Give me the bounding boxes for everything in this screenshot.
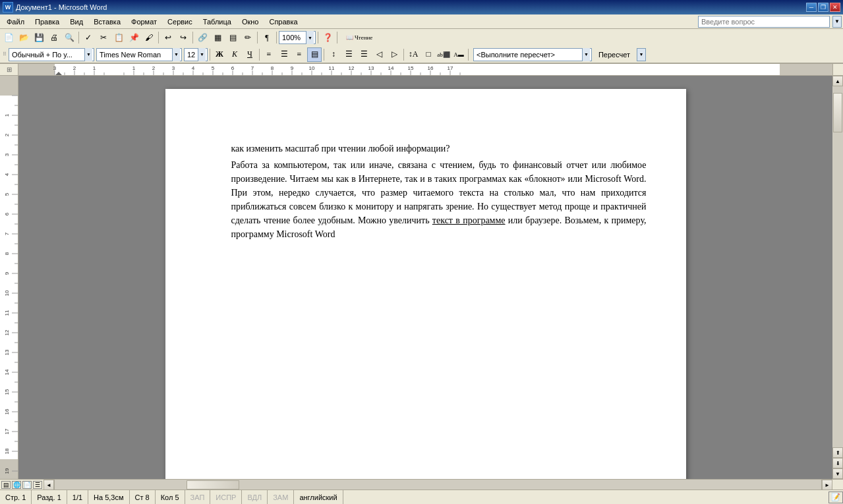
document-heading[interactable]: как изменить масштаб при чтении любой ин… — [231, 142, 647, 155]
menu-table[interactable]: Таблица — [198, 14, 237, 28]
status-position: На 5,3см — [88, 490, 129, 504]
format-painter-button[interactable]: 🖌 — [142, 30, 156, 45]
font-dropdown-arrow[interactable]: ▼ — [172, 48, 180, 61]
separator-6 — [318, 32, 318, 43]
menu-window[interactable]: Окно — [237, 14, 264, 28]
copy-button[interactable]: 📋 — [111, 30, 126, 45]
cut-button[interactable]: ✂ — [96, 30, 111, 45]
align-center-button[interactable]: ☰ — [277, 47, 291, 62]
help-search-input[interactable] — [698, 16, 830, 28]
scroll-left-button[interactable]: ◄ — [44, 480, 54, 490]
border-button[interactable]: □ — [421, 47, 436, 62]
calculate-dropdown[interactable]: <Выполните пересчет> ▼ — [473, 48, 592, 61]
align-justify-button[interactable]: ▤ — [307, 47, 322, 62]
scroll-next-page-button[interactable]: ⬇ — [832, 458, 843, 468]
new-button[interactable]: 📄 — [1, 30, 16, 45]
print-preview-button[interactable]: 🔍 — [62, 30, 76, 45]
decrease-indent-button[interactable]: ◁ — [372, 47, 386, 62]
zoom-dropdown[interactable]: 100% ▼ — [279, 31, 316, 44]
formatting-toolbar: ⠿ Обычный + По у... ▼ Times New Roman ▼ … — [0, 46, 843, 63]
hscroll-track[interactable] — [54, 480, 822, 490]
menu-help[interactable]: Справка — [264, 14, 303, 28]
reading-mode-button[interactable]: 📖 Чтение — [339, 30, 379, 45]
menu-insert[interactable]: Вставка — [88, 14, 126, 28]
recalculate-arrow[interactable]: ▼ — [637, 48, 646, 61]
style-dropdown[interactable]: Обычный + По у... ▼ — [9, 48, 94, 61]
sort-button[interactable]: ↕A — [406, 47, 421, 62]
hyperlink-button[interactable]: 🔗 — [195, 30, 210, 45]
status-right: 📝 — [828, 491, 843, 503]
fmt-sep-3 — [324, 49, 324, 61]
table-button[interactable]: ▦ — [210, 30, 225, 45]
status-col: Кол 5 — [156, 490, 185, 504]
size-dropdown-arrow[interactable]: ▼ — [198, 48, 206, 61]
numbering-button[interactable]: ☰ — [357, 47, 371, 62]
spelling-icon[interactable]: 📝 — [828, 491, 843, 503]
paste-button[interactable]: 📌 — [127, 30, 141, 45]
scroll-thumb[interactable] — [833, 93, 842, 132]
drawing-button[interactable]: ✏ — [241, 30, 255, 45]
scroll-track[interactable] — [832, 86, 843, 447]
hscroll-left-area: ▤ 🌐 📄 ☰ — [0, 480, 44, 490]
redo-button[interactable]: ↪ — [176, 30, 190, 45]
zoom-dropdown-arrow[interactable]: ▼ — [306, 31, 314, 44]
restore-button[interactable]: ❐ — [818, 3, 828, 12]
highlight-button[interactable]: ab⬛ — [436, 47, 451, 62]
title-bar: W Документ1 - Microsoft Word ─ ❐ ✕ — [0, 0, 843, 14]
minimize-button[interactable]: ─ — [806, 3, 817, 12]
menu-file[interactable]: Файл — [1, 14, 30, 28]
style-dropdown-arrow[interactable]: ▼ — [84, 48, 92, 61]
fmt-sep-2 — [259, 49, 260, 61]
menu-view[interactable]: Вид — [65, 14, 88, 28]
zoom-value: 100% — [281, 34, 306, 42]
vertical-scrollbar[interactable]: ▲ ⬆ ⬇ ▼ — [832, 76, 843, 479]
open-button[interactable]: 📂 — [16, 30, 31, 45]
print-button[interactable]: 🖨 — [47, 30, 61, 45]
search-dropdown-arrow[interactable]: ▼ — [832, 16, 842, 28]
font-value: Times New Roman — [98, 51, 172, 59]
main-area: как изменить масштаб при чтении любой ин… — [0, 76, 843, 479]
line-spacing-button[interactable]: ↕ — [326, 47, 341, 62]
size-dropdown[interactable]: 12 ▼ — [184, 48, 208, 61]
close-button[interactable]: ✕ — [830, 3, 840, 12]
font-dropdown[interactable]: Times New Roman ▼ — [96, 48, 182, 61]
align-right-button[interactable]: ≡ — [292, 47, 306, 62]
spell-check-button[interactable]: ✓ — [81, 30, 96, 45]
menu-tools[interactable]: Сервис — [162, 14, 198, 28]
hscroll-thumb[interactable] — [187, 480, 239, 490]
outline-view-button[interactable]: ☰ — [33, 481, 42, 489]
horizontal-ruler-canvas — [18, 64, 832, 76]
show-formatting-button[interactable]: ¶ — [260, 30, 274, 45]
help-button[interactable]: ❓ — [320, 30, 335, 45]
scroll-down-button[interactable]: ▼ — [832, 468, 843, 479]
align-left-button[interactable]: ≡ — [262, 47, 276, 62]
italic-button[interactable]: К — [227, 47, 242, 62]
columns-button[interactable]: ▤ — [225, 30, 240, 45]
separator-5 — [276, 32, 277, 43]
document-body[interactable]: Работа за компьютером, так или иначе, св… — [231, 158, 647, 241]
save-button[interactable]: 💾 — [32, 30, 46, 45]
bullets-button[interactable]: ☰ — [341, 47, 356, 62]
menu-format[interactable]: Формат — [126, 14, 162, 28]
menu-edit[interactable]: Правка — [30, 14, 65, 28]
print-view-button[interactable]: 📄 — [22, 481, 32, 489]
underline-button[interactable]: Ч — [243, 47, 257, 62]
scroll-prev-page-button[interactable]: ⬆ — [832, 447, 843, 458]
fmt-sep-4 — [403, 49, 404, 61]
normal-view-button[interactable]: ▤ — [1, 481, 11, 489]
recalculate-button[interactable]: Пересчет — [595, 47, 634, 62]
status-line: Ст 8 — [130, 490, 156, 504]
increase-indent-button[interactable]: ▷ — [387, 47, 401, 62]
font-color-button[interactable]: A▬ — [451, 47, 466, 62]
status-page: Стр. 1 — [0, 490, 32, 504]
scroll-up-button[interactable]: ▲ — [832, 76, 843, 86]
document-area[interactable]: как изменить масштаб при чтении любой ин… — [18, 76, 832, 479]
status-bar: Стр. 1 Разд. 1 1/1 На 5,3см Ст 8 Кол 5 З… — [0, 490, 843, 504]
calculate-dropdown-arrow[interactable]: ▼ — [582, 48, 590, 61]
web-view-button[interactable]: 🌐 — [12, 481, 21, 489]
scroll-right-button[interactable]: ► — [822, 480, 832, 490]
page-content[interactable]: как изменить масштаб при чтении любой ин… — [231, 142, 647, 241]
bold-button[interactable]: Ж — [212, 47, 227, 62]
undo-button[interactable]: ↩ — [161, 30, 175, 45]
ruler-corner: ⊞ — [0, 64, 18, 76]
